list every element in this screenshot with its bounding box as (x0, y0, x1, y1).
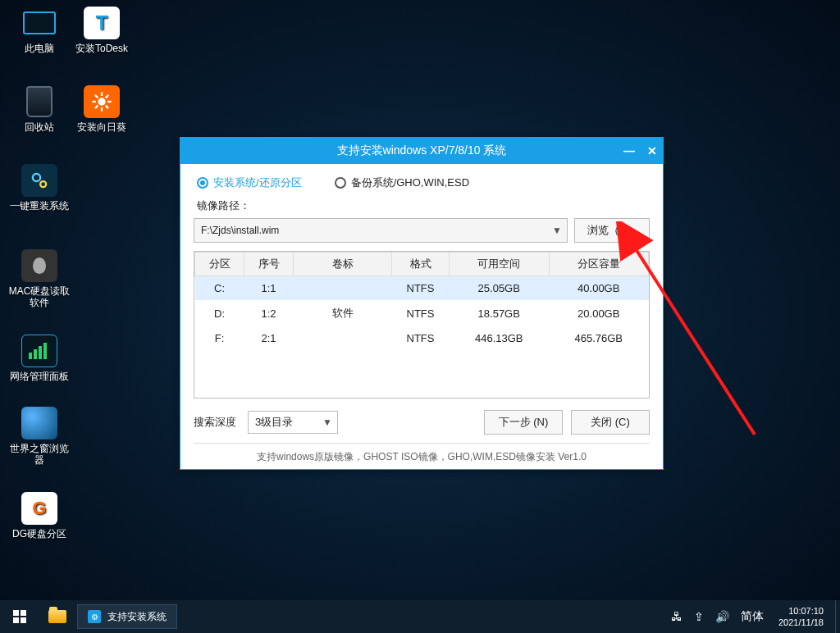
titlebar[interactable]: 支持安装windows XP/7/8/10 系统 — ✕ (180, 138, 663, 164)
icon-label: 网络管理面板 (8, 371, 71, 382)
installer-window: 支持安装windows XP/7/8/10 系统 — ✕ 安装系统/还原分区 备… (180, 137, 664, 470)
system-tray: 🖧 ⇪ 🔊 简体 10:07:10 2021/11/18 (671, 605, 835, 628)
svg-line-5 (95, 95, 98, 98)
col-fs: 格式 (392, 253, 450, 276)
window-title: 支持安装windows XP/7/8/10 系统 (337, 143, 507, 158)
chevron-down-icon: ▼ (552, 225, 562, 236)
radio-backup[interactable]: 备份系统/GHO,WIN,ESD (335, 175, 469, 190)
desktop-icon-dg[interactable]: G DG硬盘分区 (8, 492, 71, 540)
show-desktop-button[interactable] (835, 600, 840, 633)
clock-date: 2021/11/18 (778, 617, 824, 628)
apple-icon (21, 249, 57, 282)
gears-icon (21, 164, 57, 197)
desktop-icon-todesk[interactable]: T 安装ToDesk (71, 7, 133, 54)
radio-label: 安装系统/还原分区 (213, 175, 302, 190)
svg-point-9 (33, 174, 40, 181)
taskbar: ⚙ 支持安装系统 🖧 ⇪ 🔊 简体 10:07:10 2021/11/18 (0, 600, 840, 633)
todesk-icon: T (84, 7, 120, 39)
task-title: 支持安装系统 (107, 610, 167, 624)
svg-line-7 (95, 106, 98, 109)
table-row[interactable]: F:2:1NTFS446.13GB465.76GB (195, 326, 649, 350)
desktop-icon-net[interactable]: 网络管理面板 (8, 335, 71, 382)
desktop-icon-globe[interactable]: 世界之窗浏览器 (8, 407, 71, 466)
svg-rect-13 (39, 346, 42, 359)
col-index: 序号 (244, 253, 294, 276)
footer-note: 支持windows原版镜像，GHOST ISO镜像，GHO,WIM,ESD镜像安… (194, 443, 650, 464)
icon-label: 安装向日葵 (71, 121, 133, 133)
table-row[interactable]: C:1:1NTFS25.05GB40.00GB (195, 276, 649, 301)
icon-label: MAC硬盘读取软件 (8, 285, 71, 308)
close-button[interactable]: ✕ (646, 145, 658, 157)
desktop-icon-sunflower[interactable]: 安装向日葵 (71, 85, 133, 133)
svg-point-0 (98, 98, 105, 105)
image-path-input[interactable]: F:\Zjds\install.wim ▼ (194, 218, 568, 243)
minimize-button[interactable]: — (623, 145, 635, 157)
table-row[interactable]: D:1:2软件NTFS18.57GB20.00GB (195, 300, 649, 326)
svg-rect-12 (34, 349, 37, 359)
icon-label: 此电脑 (8, 43, 71, 54)
path-label: 镜像路径： (197, 198, 650, 213)
recycle-bin-icon (21, 85, 57, 118)
radio-label: 备份系统/GHO,WIN,ESD (351, 175, 469, 190)
browse-button[interactable]: 浏览（B） (574, 218, 650, 243)
taskbar-task-installer[interactable]: ⚙ 支持安装系统 (77, 604, 177, 629)
next-button[interactable]: 下一步 (N) (484, 410, 563, 435)
globe-icon (21, 407, 57, 439)
computer-icon (21, 7, 57, 39)
desktop-icon-mac[interactable]: MAC硬盘读取软件 (8, 249, 71, 308)
col-cap: 分区容量 (549, 253, 649, 276)
svg-rect-14 (43, 343, 47, 359)
desktop-icon-pc[interactable]: 此电脑 (8, 7, 71, 54)
volume-icon[interactable]: 🔊 (715, 610, 729, 623)
network-icon[interactable]: 🖧 (671, 610, 682, 623)
clock[interactable]: 10:07:10 2021/11/18 (775, 605, 827, 628)
usb-icon[interactable]: ⇪ (694, 610, 704, 623)
partition-table[interactable]: 分区 序号 卷标 格式 可用空间 分区容量 C:1:1NTFS25.05GB40… (194, 251, 650, 398)
app-icon: ⚙ (88, 610, 101, 623)
dg-icon: G (21, 492, 57, 525)
depth-label: 搜索深度 (194, 415, 236, 430)
depth-value: 3级目录 (255, 415, 293, 430)
sunflower-icon (84, 85, 120, 118)
depth-select[interactable]: 3级目录 ▼ (248, 411, 338, 434)
svg-line-8 (106, 95, 109, 98)
radio-dot-icon (197, 177, 208, 189)
path-value: F:\Zjds\install.wim (201, 225, 279, 236)
icon-label: DG硬盘分区 (8, 528, 71, 540)
svg-line-6 (106, 106, 109, 109)
chevron-down-icon: ▼ (322, 417, 332, 428)
icon-label: 安装ToDesk (71, 43, 133, 54)
svg-rect-11 (29, 353, 32, 359)
windows-icon (13, 610, 26, 623)
desktop-icon-sys[interactable]: 一键重装系统 (8, 164, 71, 212)
desktop-icon-bin[interactable]: 回收站 (8, 85, 71, 133)
col-free: 可用空间 (450, 253, 550, 276)
taskbar-file-explorer[interactable] (39, 600, 75, 633)
radio-install[interactable]: 安装系统/还原分区 (197, 175, 302, 190)
clock-time: 10:07:10 (778, 605, 824, 617)
icon-label: 一键重装系统 (8, 200, 71, 212)
close-dialog-button[interactable]: 关闭 (C) (571, 410, 650, 435)
radio-dot-icon (335, 177, 346, 189)
network-panel-icon (21, 335, 57, 367)
col-vol: 卷标 (294, 253, 392, 276)
ime-indicator[interactable]: 简体 (741, 609, 764, 624)
start-button[interactable] (0, 600, 39, 633)
svg-point-10 (40, 181, 46, 187)
icon-label: 回收站 (8, 121, 71, 133)
col-partition: 分区 (195, 253, 244, 276)
folder-icon (48, 610, 66, 623)
icon-label: 世界之窗浏览器 (8, 443, 71, 466)
